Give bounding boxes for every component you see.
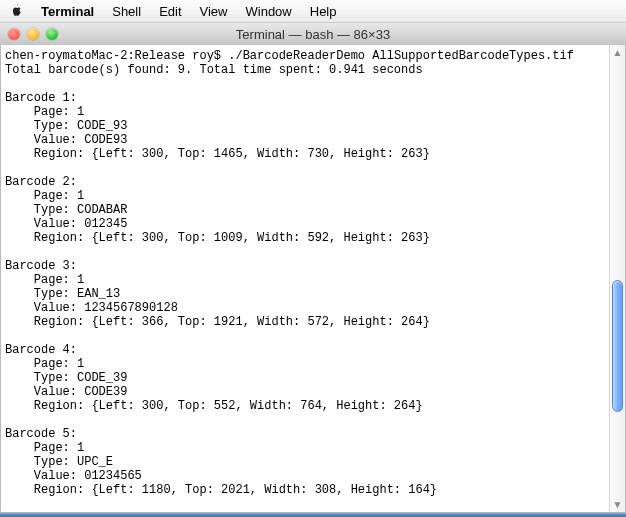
menu-window[interactable]: Window xyxy=(237,4,301,19)
minimize-button[interactable] xyxy=(27,28,39,40)
terminal-frame: chen-roymatoMac-2:Release roy$ ./Barcode… xyxy=(0,45,626,513)
barcode-block: Barcode 2: Page: 1 Type: CODABAR Value: … xyxy=(5,175,430,245)
vertical-scrollbar[interactable]: ▲ ▼ xyxy=(609,45,625,512)
apple-menu-icon[interactable] xyxy=(8,4,26,18)
system-menubar: Terminal Shell Edit View Window Help xyxy=(0,0,626,23)
barcode-block: Barcode 3: Page: 1 Type: EAN_13 Value: 1… xyxy=(5,259,430,329)
traffic-lights xyxy=(8,28,58,40)
window-titlebar: Terminal — bash — 86×33 xyxy=(0,23,626,46)
barcode-block: Barcode 4: Page: 1 Type: CODE_39 Value: … xyxy=(5,343,423,413)
menu-edit[interactable]: Edit xyxy=(150,4,190,19)
barcode-block: Barcode 1: Page: 1 Type: CODE_93 Value: … xyxy=(5,91,430,161)
scroll-down-arrow[interactable]: ▼ xyxy=(610,497,625,512)
terminal-output[interactable]: chen-roymatoMac-2:Release roy$ ./Barcode… xyxy=(1,45,609,512)
menu-shell[interactable]: Shell xyxy=(103,4,150,19)
scrollbar-thumb[interactable] xyxy=(612,280,623,412)
prompt-line: chen-roymatoMac-2:Release roy$ ./Barcode… xyxy=(5,49,574,63)
window-title: Terminal — bash — 86×33 xyxy=(0,27,626,42)
summary-line: Total barcode(s) found: 9. Total time sp… xyxy=(5,63,423,77)
close-button[interactable] xyxy=(8,28,20,40)
menu-help[interactable]: Help xyxy=(301,4,346,19)
window-bottom-edge xyxy=(0,513,626,517)
zoom-button[interactable] xyxy=(46,28,58,40)
scroll-up-arrow[interactable]: ▲ xyxy=(610,45,625,60)
barcode-block: Barcode 5: Page: 1 Type: UPC_E Value: 01… xyxy=(5,427,437,497)
menu-view[interactable]: View xyxy=(191,4,237,19)
appname-menu[interactable]: Terminal xyxy=(32,4,103,19)
